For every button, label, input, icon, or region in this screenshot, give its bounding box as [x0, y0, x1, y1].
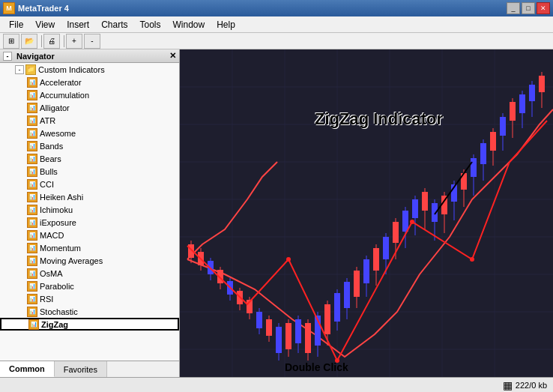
tree-item-osma[interactable]: 📊 OsMA [0, 267, 179, 280]
item-label: ZigZag [41, 320, 68, 329]
tree-item-cci[interactable]: 📊 CCI [0, 178, 179, 190]
item-label: Ichimoku [40, 205, 73, 214]
indicator-icon: 📊 [27, 294, 37, 304]
item-label: Moving Averages [40, 256, 103, 265]
tree-item-accumulation[interactable]: 📊 Accumulation [0, 88, 179, 101]
tree-item-iexposure[interactable]: 📊 iExposure [0, 216, 179, 229]
tree-item-bands[interactable]: 📊 Bands [0, 139, 179, 152]
svg-rect-76 [480, 143, 486, 164]
indicator-icon: 📊 [27, 243, 37, 253]
svg-rect-32 [266, 319, 272, 336]
menu-window[interactable]: Window [167, 18, 211, 31]
minimize-button[interactable]: _ [507, 2, 520, 14]
svg-rect-86 [529, 85, 535, 101]
item-label: Momentum [40, 244, 81, 253]
indicator-icon: 📊 [27, 307, 37, 317]
item-label: Accelerator [40, 78, 82, 87]
tree-item-parabolic[interactable]: 📊 Parabolic [0, 280, 179, 292]
svg-point-90 [286, 257, 291, 262]
title-bar-left: M MetaTrader 4 [3, 2, 69, 14]
nav-expander[interactable]: - [3, 52, 12, 61]
tab-common[interactable]: Common [0, 361, 55, 377]
item-label: iExposure [40, 218, 76, 227]
tree-item-moving-averages[interactable]: 📊 Moving Averages [0, 254, 179, 267]
item-label: Heiken Ashi [40, 193, 83, 202]
item-label: RSI [40, 295, 53, 304]
svg-rect-54 [373, 248, 379, 271]
navigator-header-left: - Navigator [3, 52, 55, 61]
tree-item-rsi[interactable]: 📊 RSI [0, 292, 179, 305]
tree-item-macd[interactable]: 📊 MACD [0, 229, 179, 241]
indicator-icon: 📊 [27, 166, 37, 177]
svg-rect-44 [324, 304, 330, 334]
tree-item-custom-indicators[interactable]: - 📁 Custom Indicators [0, 63, 179, 76]
navigator-header: - Navigator ✕ [0, 49, 179, 63]
tree-item-accelerator[interactable]: 📊 Accelerator [0, 76, 179, 88]
indicator-icon: 📊 [28, 319, 39, 330]
maximize-button[interactable]: □ [522, 2, 535, 14]
indicator-icon: 📊 [27, 77, 37, 88]
indicator-icon: 📊 [27, 217, 37, 228]
item-label: CCI [40, 180, 54, 189]
tree-item-bulls[interactable]: 📊 Bulls [0, 165, 179, 178]
tree-item-alligator[interactable]: 📊 Alligator [0, 101, 179, 114]
title-bar: M MetaTrader 4 _ □ ✕ [0, 0, 553, 16]
tree-item-atr[interactable]: 📊 ATR [0, 114, 179, 127]
menu-bar: File View Insert Charts Tools Window Hel… [0, 16, 553, 33]
svg-rect-82 [510, 102, 516, 121]
navigator-tree[interactable]: - 📁 Custom Indicators 📊 Accelerator 📊 Ac… [0, 63, 179, 361]
toolbar-btn-1[interactable]: ⊞ [3, 34, 19, 49]
ci-expander[interactable]: - [15, 65, 24, 74]
window-title: MetaTrader 4 [18, 4, 69, 13]
svg-rect-36 [285, 323, 291, 349]
tree-item-awesome[interactable]: 📊 Awesome [0, 127, 179, 139]
close-button[interactable]: ✕ [537, 2, 550, 14]
menu-help[interactable]: Help [211, 18, 241, 31]
chart-annotation: ZigZag Indicator [315, 109, 443, 129]
chart-area: ZigZag Indicator Double Click [180, 49, 553, 377]
navigator-close[interactable]: ✕ [169, 51, 176, 61]
svg-rect-58 [393, 222, 399, 243]
folder-icon: 📁 [25, 64, 36, 75]
toolbar-btn-4[interactable]: + [66, 34, 82, 49]
tree-item-momentum[interactable]: 📊 Momentum [0, 241, 179, 254]
svg-point-91 [470, 257, 474, 262]
ci-label: Custom Indicators [38, 65, 105, 74]
svg-rect-30 [256, 312, 262, 328]
menu-charts[interactable]: Charts [95, 18, 133, 31]
indicator-icon: 📊 [27, 128, 37, 139]
svg-rect-62 [412, 199, 418, 218]
svg-point-92 [410, 220, 414, 224]
tree-item-bears[interactable]: 📊 Bears [0, 152, 179, 165]
menu-view[interactable]: View [29, 18, 61, 31]
toolbar-btn-3[interactable]: 🖨 [43, 34, 60, 49]
indicator-icon: 📊 [27, 115, 37, 126]
tree-item-heiken[interactable]: 📊 Heiken Ashi [0, 190, 179, 203]
nav-tabs: Common Favorites [0, 361, 179, 377]
toolbar-btn-2[interactable]: 📂 [21, 34, 37, 49]
status-bar: ▦ 222/0 kb [0, 377, 553, 392]
item-label: ATR [40, 116, 55, 125]
tree-item-zigzag[interactable]: 📊 ZigZag [0, 318, 179, 331]
menu-tools[interactable]: Tools [134, 18, 167, 31]
item-label: Accumulation [40, 91, 89, 100]
menu-insert[interactable]: Insert [61, 18, 95, 31]
indicator-icon: 📊 [27, 141, 37, 151]
menu-file[interactable]: File [3, 18, 29, 31]
svg-rect-56 [383, 237, 389, 259]
tree-item-stochastic[interactable]: 📊 Stochastic [0, 305, 179, 318]
svg-rect-80 [500, 117, 506, 136]
indicator-icon: 📊 [27, 154, 37, 164]
svg-rect-46 [334, 293, 340, 322]
svg-rect-60 [402, 211, 408, 232]
svg-rect-64 [422, 192, 428, 211]
indicator-icon: 📊 [27, 281, 37, 292]
indicator-icon: 📊 [27, 179, 37, 190]
item-label: Stochastic [40, 307, 78, 316]
tab-favorites[interactable]: Favorites [55, 361, 107, 377]
main-area: - Navigator ✕ - 📁 Custom Indicators 📊 Ac… [0, 49, 553, 377]
indicator-icon: 📊 [27, 268, 37, 279]
tree-item-ichimoku[interactable]: 📊 Ichimoku [0, 203, 179, 216]
indicator-icon: 📊 [27, 103, 37, 113]
toolbar-btn-5[interactable]: - [84, 34, 100, 49]
